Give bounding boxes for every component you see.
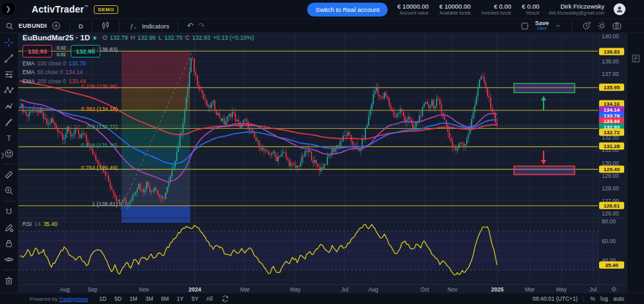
time-axis-label: Mar	[525, 286, 535, 293]
ohlc-values: O132.79H132.96L132.70C132.93+0.13 (+0.10…	[102, 34, 254, 41]
zoom-in-icon	[4, 186, 14, 196]
tool-pattern-icon[interactable]	[2, 83, 17, 97]
fib-retracement-icon	[4, 69, 14, 79]
avatar[interactable]	[614, 3, 626, 15]
time-axis-label: Oct	[420, 286, 429, 293]
emoji-icon	[4, 149, 14, 159]
interval-button-5y[interactable]: 5Y	[190, 295, 200, 303]
demo-badge: DEMO	[94, 5, 118, 14]
scale-button-log[interactable]: log	[600, 295, 608, 302]
tools-divider	[3, 270, 15, 270]
undo-icon[interactable]: ↶	[187, 22, 194, 30]
price-axis-label: 128.00	[602, 185, 619, 192]
checkbox-icon[interactable]	[520, 22, 529, 30]
scale-button-pct[interactable]: %	[590, 295, 596, 302]
ema-label: EMA	[22, 78, 34, 85]
ruler-icon	[4, 170, 14, 180]
price-axis-label: 140.00	[602, 33, 619, 40]
tool-brush-icon[interactable]	[2, 115, 17, 129]
alert-icon[interactable]	[582, 21, 591, 30]
ema-legend-row[interactable]: EMA100 close 0133.78	[22, 60, 254, 67]
interval-button-1y[interactable]: 1Y	[175, 295, 186, 303]
tool-text-icon[interactable]: T	[2, 131, 17, 145]
chart-style-icon[interactable]	[101, 21, 110, 30]
camera-icon[interactable]	[612, 21, 622, 30]
interval-button-5d[interactable]: 5D	[112, 295, 124, 303]
tool-draw-lock-icon[interactable]	[2, 221, 17, 235]
chart-title[interactable]: EuBundMar25 · 1D	[22, 34, 90, 42]
symbol-search-input[interactable]: EUBUNDI	[18, 22, 47, 29]
chevron-down-icon[interactable]	[555, 22, 561, 29]
indicators-icon[interactable]: ƒx	[128, 21, 137, 30]
tool-forecast-icon[interactable]	[2, 99, 17, 113]
sell-button[interactable]: 132.93	[22, 45, 52, 57]
trendline-icon	[4, 54, 14, 63]
time-axis-settings-icon[interactable]	[610, 285, 618, 293]
ema-label: EMA	[22, 60, 34, 67]
save-layout-button[interactable]: Save Save	[535, 20, 549, 31]
ohlc-value: 132.93	[192, 34, 211, 41]
spread-indicator: 0.02 0.01	[54, 45, 69, 57]
time-axis-label: 2025	[491, 286, 504, 293]
text-icon: T	[4, 133, 14, 143]
price-axis-badge: 138.83	[599, 48, 624, 56]
stat-value: € 10000.00	[397, 3, 429, 10]
search-icon[interactable]	[5, 22, 14, 30]
time-axis-label: Jul	[590, 286, 597, 293]
tool-eye-icon[interactable]	[2, 252, 17, 266]
powered-by-label: Powered by	[30, 296, 57, 302]
chart-legend: EuBundMar25 · 1D O132.79H132.96L132.70C1…	[22, 34, 254, 85]
time-axis-label: May	[290, 286, 301, 293]
lock-icon	[4, 239, 14, 248]
ohlc-value: 132.79	[110, 34, 128, 41]
interval-button-1d[interactable]: 1D	[97, 295, 108, 303]
news-icon[interactable]	[631, 54, 641, 63]
tool-trendline-icon[interactable]	[2, 52, 17, 65]
stat-label: Account value	[400, 11, 429, 16]
time-axis[interactable]: AugSepNov2024MarMayJulAugOctNov2025MarMa…	[18, 284, 626, 293]
add-symbol-icon[interactable]	[52, 21, 61, 30]
indicators-button[interactable]: Indicators	[142, 22, 169, 30]
tool-zoom-in-icon[interactable]	[2, 184, 17, 198]
eye-icon	[4, 254, 14, 264]
account-stat: € 10000.00Account value	[397, 3, 429, 16]
gear-icon[interactable]	[597, 21, 606, 30]
time-axis-label: Jul	[341, 286, 349, 293]
ohlc-value: 132.70	[164, 34, 183, 41]
interval-button-all[interactable]: All	[204, 295, 214, 303]
crosshair-icon	[4, 38, 14, 48]
price-axis[interactable]: 140.00138.00137.00132.00131.00130.00129.…	[598, 33, 627, 293]
panel-toggle[interactable]: ❯	[0, 147, 5, 164]
switch-to-real-button[interactable]: Switch to Real account	[307, 3, 388, 17]
interval-button-1m[interactable]: 1M	[127, 295, 139, 303]
pattern-icon	[4, 85, 14, 95]
tool-ruler-icon[interactable]	[2, 168, 17, 182]
time-axis-label: Sep	[87, 286, 97, 293]
ema-legend-rows: EMA100 close 0133.78EMA50 close 0134.14E…	[22, 60, 254, 85]
interval-button-3m[interactable]: 3M	[143, 295, 155, 303]
account-stat: € 0.00Result	[522, 3, 539, 16]
tool-fib-retracement-icon[interactable]	[2, 67, 17, 81]
redo-icon[interactable]: ↷	[198, 22, 205, 30]
price-axis-badge: 135.95	[599, 84, 624, 91]
tradingview-link[interactable]: TradingView	[59, 296, 88, 302]
ema-legend-row[interactable]: EMA200 close 0133.44	[22, 78, 254, 85]
tool-magnet-icon[interactable]	[2, 205, 17, 219]
price-axis-badge: 35.40	[599, 262, 624, 269]
corner-expand-button[interactable]: ❯	[2, 3, 15, 15]
ema-legend-row[interactable]: EMA50 close 0134.14	[22, 69, 254, 75]
buy-button[interactable]: 132.95	[71, 45, 100, 57]
clock[interactable]: 08:40:01 (UTC+1)	[532, 295, 577, 302]
ema-label: EMA	[22, 69, 34, 75]
tool-crosshair-icon[interactable]	[2, 36, 17, 50]
rsi-axis-label: 80.00	[602, 218, 616, 225]
user-name: Dirk Friczewsky	[561, 3, 605, 11]
tool-trash-icon[interactable]	[2, 274, 17, 287]
scale-button-auto[interactable]: auto	[613, 295, 624, 302]
interval-button-6m[interactable]: 6M	[159, 295, 171, 303]
tool-lock-icon[interactable]	[2, 237, 17, 250]
timeframe-button[interactable]: D	[79, 22, 83, 30]
interval-settings-icon[interactable]	[221, 295, 229, 303]
time-axis-label: May	[556, 286, 567, 293]
time-axis-label: Nov	[139, 286, 149, 293]
